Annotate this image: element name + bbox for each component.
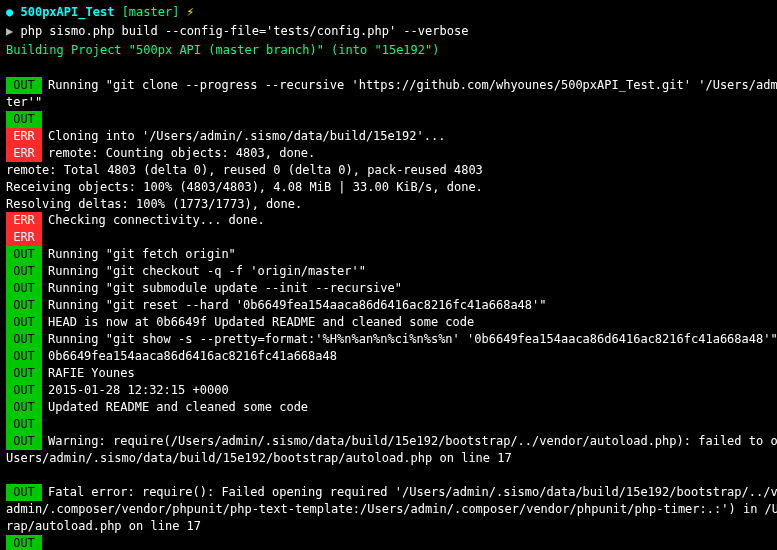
lightning-icon: ⚡: [187, 5, 194, 19]
log-message: Updated README and cleaned some code: [48, 399, 308, 416]
err-badge: ERR: [6, 128, 42, 145]
working-directory: 500pxAPI_Test: [20, 5, 114, 19]
log-line: [0, 60, 777, 77]
log-message: Running "git checkout -q -f 'origin/mast…: [48, 263, 366, 280]
log-row: OUT2015-01-28 12:32:15 +0000: [0, 382, 777, 399]
command-line: ▶ php sismo.php build --config-file='tes…: [0, 23, 777, 42]
log-row: OUT0b6649fea154aaca86d6416ac8216fc41a668…: [0, 348, 777, 365]
out-badge: OUT: [6, 77, 42, 94]
log-row: OUTUpdated README and cleaned some code: [0, 399, 777, 416]
log-row: OUTHEAD is now at 0b6649f Updated README…: [0, 314, 777, 331]
log-message: HEAD is now at 0b6649f Updated README an…: [48, 314, 474, 331]
log-line: Receiving objects: 100% (4803/4803), 4.0…: [0, 179, 777, 196]
log-row: OUTRunning "git checkout -q -f 'origin/m…: [0, 263, 777, 280]
err-badge: ERR: [6, 229, 42, 246]
log-message: remote: Counting objects: 4803, done.: [48, 145, 315, 162]
err-badge: ERR: [6, 145, 42, 162]
log-line: admin/.composer/vendor/phpunit/php-text-…: [0, 501, 777, 518]
log-row: ERRCloning into '/Users/admin/.sismo/dat…: [0, 128, 777, 145]
log-output: OUTRunning "git clone --progress --recur…: [0, 60, 777, 550]
log-line: rap/autoload.php on line 17: [0, 518, 777, 535]
err-badge: ERR: [6, 212, 42, 229]
log-message: Warning: require(/Users/admin/.sismo/dat…: [48, 433, 777, 450]
out-badge: OUT: [6, 314, 42, 331]
log-message: Running "git submodule update --init --r…: [48, 280, 402, 297]
command-text: php sismo.php build --config-file='tests…: [20, 24, 468, 38]
log-row: OUTRunning "git clone --progress --recur…: [0, 77, 777, 94]
log-row: ERR: [0, 229, 777, 246]
log-row: OUT: [0, 111, 777, 128]
log-row: OUTRunning "git submodule update --init …: [0, 280, 777, 297]
log-message: Running "git fetch origin": [48, 246, 236, 263]
out-badge: OUT: [6, 246, 42, 263]
out-badge: OUT: [6, 433, 42, 450]
prompt-indicator: ●: [6, 5, 13, 19]
out-badge: OUT: [6, 331, 42, 348]
log-line: Resolving deltas: 100% (1773/1773), done…: [0, 196, 777, 213]
log-row: OUT: [0, 535, 777, 550]
out-badge: OUT: [6, 111, 42, 128]
out-badge: OUT: [6, 280, 42, 297]
log-line: Users/admin/.sismo/data/build/15e192/boo…: [0, 450, 777, 467]
out-badge: OUT: [6, 399, 42, 416]
log-row: ERRChecking connectivity... done.: [0, 212, 777, 229]
log-row: OUT: [0, 416, 777, 433]
log-row: OUTWarning: require(/Users/admin/.sismo/…: [0, 433, 777, 450]
log-message: RAFIE Younes: [48, 365, 135, 382]
out-badge: OUT: [6, 484, 42, 501]
log-message: Checking connectivity... done.: [48, 212, 265, 229]
building-status: Building Project "500px API (master bran…: [0, 42, 777, 61]
log-message: Running "git clone --progress --recursiv…: [48, 77, 777, 94]
log-line: remote: Total 4803 (delta 0), reused 0 (…: [0, 162, 777, 179]
log-row: OUTRAFIE Younes: [0, 365, 777, 382]
log-message: 0b6649fea154aaca86d6416ac8216fc41a668a48: [48, 348, 337, 365]
log-row: OUTRunning "git show -s --pretty=format:…: [0, 331, 777, 348]
prompt-arrow-icon: ▶: [6, 24, 13, 38]
log-message: Cloning into '/Users/admin/.sismo/data/b…: [48, 128, 445, 145]
log-row: OUTFatal error: require(): Failed openin…: [0, 484, 777, 501]
out-badge: OUT: [6, 416, 42, 433]
log-message: Fatal error: require(): Failed opening r…: [48, 484, 777, 501]
out-badge: OUT: [6, 365, 42, 382]
log-line: [0, 467, 777, 484]
out-badge: OUT: [6, 348, 42, 365]
out-badge: OUT: [6, 263, 42, 280]
log-message: Running "git show -s --pretty=format:'%H…: [48, 331, 777, 348]
log-message: 2015-01-28 12:32:15 +0000: [48, 382, 229, 399]
log-message: Running "git reset --hard '0b6649fea154a…: [48, 297, 547, 314]
log-row: ERRremote: Counting objects: 4803, done.: [0, 145, 777, 162]
out-badge: OUT: [6, 382, 42, 399]
log-line: ter'": [0, 94, 777, 111]
log-row: OUTRunning "git reset --hard '0b6649fea1…: [0, 297, 777, 314]
out-badge: OUT: [6, 535, 42, 550]
out-badge: OUT: [6, 297, 42, 314]
log-row: OUTRunning "git fetch origin": [0, 246, 777, 263]
shell-prompt: ● 500pxAPI_Test [master] ⚡: [0, 4, 777, 23]
git-branch: [master]: [122, 5, 180, 19]
